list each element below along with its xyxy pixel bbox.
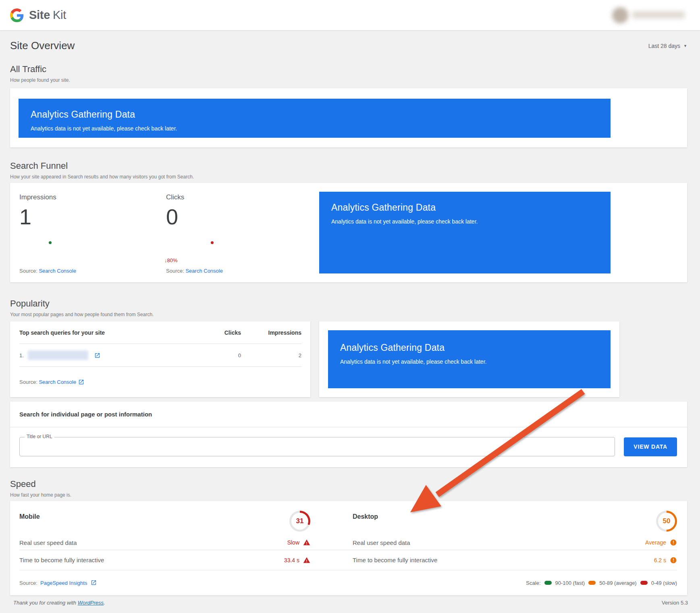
desktop-interactive-time: 6.2 s <box>654 557 677 564</box>
popularity-source: Source: Search Console <box>19 367 301 397</box>
impressions-source: Source: Search Console <box>19 268 76 274</box>
page-search-card: Search for individual page or post infor… <box>10 402 687 467</box>
desktop-label: Desktop <box>353 511 378 520</box>
impressions-value: 1 <box>19 205 56 228</box>
date-range-label: Last 28 days <box>648 43 680 49</box>
page-search-title: Search for individual page or post infor… <box>10 402 687 427</box>
page-title: Site Overview <box>10 39 75 52</box>
banner-title: Analytics Gathering Data <box>340 342 598 353</box>
table-header: Top search queries for your site Clicks … <box>19 321 301 344</box>
desktop-score-gauge: 50 <box>656 511 677 532</box>
search-funnel-card: Impressions 1 Clicks 0 ↓80% Source: Sear… <box>10 183 687 282</box>
speed-card: Mobile 31 Desktop 50 Real user speed dat… <box>10 501 687 595</box>
top-queries-card: Top search queries for your site Clicks … <box>10 321 310 397</box>
warning-triangle-icon <box>303 557 310 564</box>
column-query: Top search queries for your site <box>19 329 197 336</box>
banner-body: Analytics data is not yet available, ple… <box>31 125 598 132</box>
fast-legend-pill <box>544 581 552 585</box>
banner-body: Analytics data is not yet available, ple… <box>331 218 598 225</box>
impressions-sparkline-point <box>49 241 52 244</box>
section-title-speed: Speed <box>10 478 687 490</box>
speed-row-label: Time to become fully interactive <box>353 557 437 563</box>
footer-version: Version 5.3 <box>662 600 688 606</box>
search-console-link[interactable]: Search Console <box>39 379 76 385</box>
mobile-label: Mobile <box>19 511 40 520</box>
clicks-label: Clicks <box>166 193 184 201</box>
clicks-change-badge: ↓80% <box>164 257 178 263</box>
wordpress-link[interactable]: WordPress <box>78 600 104 606</box>
footer-thanks: Thank you for creating with WordPress. <box>13 600 105 606</box>
google-g-icon <box>10 8 24 22</box>
mobile-speed-status: Slow <box>287 539 310 546</box>
sitekit-dashboard: SiteKit Site Overview Last 28 days ▼ All… <box>0 0 700 613</box>
popularity-analytics-card: Analytics Gathering Data Analytics data … <box>319 321 619 397</box>
blurred-account-name <box>632 11 685 19</box>
view-data-button[interactable]: VIEW DATA <box>624 437 677 456</box>
title-or-url-field[interactable]: Title or URL <box>19 437 615 456</box>
search-console-link[interactable]: Search Console <box>185 268 223 274</box>
search-console-link[interactable]: Search Console <box>39 268 76 274</box>
alert-circle-icon <box>670 557 677 564</box>
section-subtitle: Your most popular pages and how people f… <box>10 312 687 317</box>
speed-row-label: Real user speed data <box>19 539 77 546</box>
slow-legend-pill <box>640 581 648 585</box>
impressions-label: Impressions <box>19 193 56 201</box>
title-or-url-input[interactable] <box>20 437 615 456</box>
pagespeed-insights-link[interactable]: PageSpeed Insights <box>40 580 87 586</box>
clicks-sparkline-point <box>211 241 214 244</box>
wp-admin-footer: Thank you for creating with WordPress. V… <box>0 592 700 613</box>
speed-row-label: Time to become fully interactive <box>19 557 104 563</box>
external-link-icon[interactable] <box>94 352 100 358</box>
table-row: 1. 0 2 <box>19 344 301 367</box>
logo-text: SiteKit <box>29 8 66 22</box>
row-rank: 1. <box>19 352 24 358</box>
row-impressions-value: 2 <box>241 352 301 358</box>
alert-circle-icon <box>670 539 677 546</box>
speed-source: Source: PageSpeed Insights <box>19 580 97 586</box>
banner-title: Analytics Gathering Data <box>31 109 598 120</box>
section-subtitle: How fast your home page is. <box>10 492 687 498</box>
warning-triangle-icon <box>303 539 310 546</box>
chevron-down-icon: ▼ <box>683 44 687 48</box>
sitekit-logo: SiteKit <box>10 8 66 22</box>
analytics-gathering-banner: Analytics Gathering Data Analytics data … <box>328 330 611 388</box>
avatar <box>612 7 628 23</box>
speed-row-label: Real user speed data <box>353 539 410 546</box>
all-traffic-card: Analytics Gathering Data Analytics data … <box>10 88 687 147</box>
blurred-query-link[interactable] <box>28 350 88 360</box>
impressions-metric: Impressions 1 <box>19 193 56 228</box>
analytics-gathering-banner: Analytics Gathering Data Analytics data … <box>19 99 611 138</box>
clicks-metric: Clicks 0 <box>166 193 184 228</box>
mobile-interactive-time: 33.4 s <box>284 557 310 564</box>
section-title-all-traffic: All Traffic <box>10 64 687 75</box>
blurred-account-info[interactable] <box>610 6 689 24</box>
external-link-icon[interactable] <box>91 580 97 586</box>
app-header: SiteKit <box>0 0 700 30</box>
analytics-gathering-banner: Analytics Gathering Data Analytics data … <box>319 192 611 273</box>
clicks-source: Source: Search Console <box>166 268 223 274</box>
banner-title: Analytics Gathering Data <box>331 202 598 213</box>
desktop-score-value: 50 <box>658 513 675 530</box>
column-clicks: Clicks <box>197 329 241 336</box>
section-subtitle: How people found your site. <box>10 77 687 83</box>
desktop-speed-status: Average <box>645 539 677 546</box>
column-impressions: Impressions <box>241 329 301 336</box>
section-subtitle: How your site appeared in Search results… <box>10 174 687 180</box>
mobile-score-value: 31 <box>291 513 308 530</box>
section-title-search-funnel: Search Funnel <box>10 160 687 172</box>
average-legend-pill <box>588 581 596 585</box>
date-range-selector[interactable]: Last 28 days ▼ <box>648 43 687 49</box>
clicks-value: 0 <box>166 205 184 228</box>
section-title-popularity: Popularity <box>10 298 687 309</box>
row-clicks-value: 0 <box>197 352 241 358</box>
speed-scale-legend: Scale: 90-100 (fast) 50-89 (average) 0-4… <box>526 580 677 586</box>
mobile-score-gauge: 31 <box>289 511 310 532</box>
banner-body: Analytics data is not yet available, ple… <box>340 358 598 365</box>
external-link-icon[interactable] <box>78 379 84 385</box>
